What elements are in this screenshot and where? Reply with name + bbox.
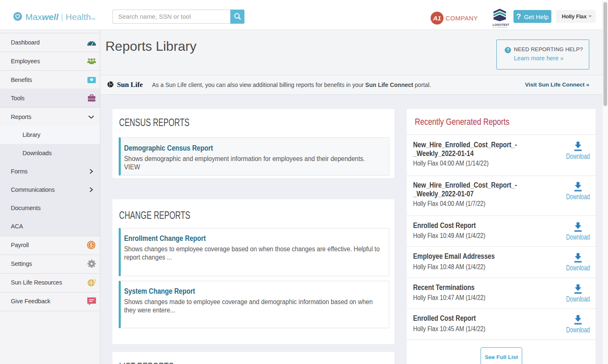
svg-text:Sun Life: Sun Life: [117, 81, 143, 89]
svg-text:$: $: [90, 243, 92, 248]
